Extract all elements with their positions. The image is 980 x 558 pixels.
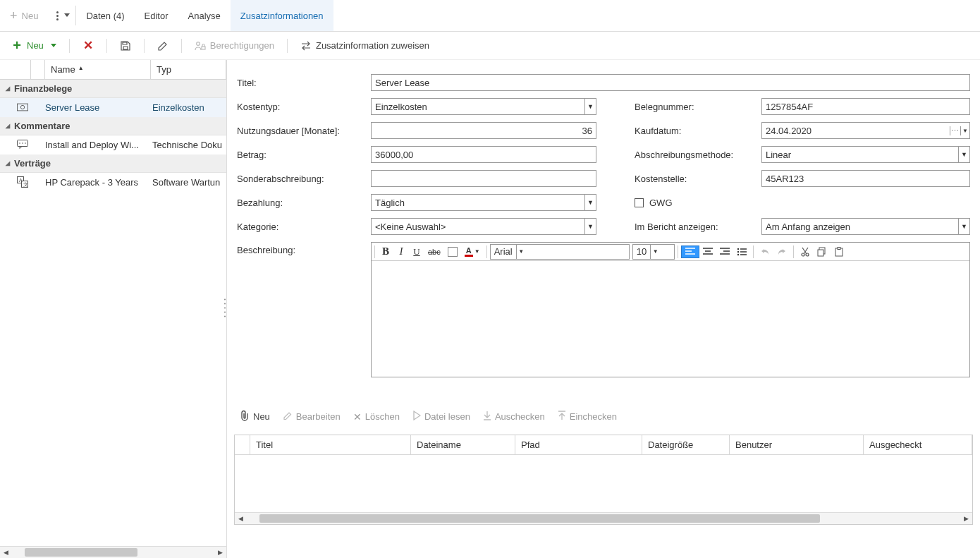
col-label: Dateiname [417,439,461,450]
chevron-down-icon[interactable]: ▼ [961,128,969,134]
bericht-combo[interactable]: Am Anfang anzeigen ▼ [761,218,970,235]
svg-rect-2 [17,104,27,111]
header-typ[interactable]: Typ [151,60,226,79]
top-overflow-menu[interactable] [48,0,75,31]
rich-text-editor: B I U abc A▼ Arial▼ 10▼ [371,242,970,377]
list-item-install-deploy[interactable]: Install and Deploy Wi... Technische Doku [0,135,226,154]
bold-button[interactable]: B [378,244,393,259]
font-family-value: Arial [491,246,516,257]
scroll-left-icon[interactable]: ◀ [235,513,247,524]
item-type: Einzelkosten [151,102,226,113]
scroll-right-icon[interactable]: ▶ [214,547,226,558]
align-center-button[interactable] [699,246,716,257]
attach-col-benutzer[interactable]: Benutzer [730,435,864,454]
list-item-hp-carepack[interactable]: A文 HP Carepack - 3 Years Software Wartun [0,173,226,192]
belegnummer-input[interactable] [761,98,970,115]
header-name[interactable]: Name ▲ [45,60,151,79]
svg-point-0 [197,42,200,45]
paperclip-icon [240,410,250,423]
scroll-thumb[interactable] [259,514,820,523]
scroll-left-icon[interactable]: ◀ [0,547,12,558]
tab-editor[interactable]: Editor [135,0,178,31]
col-label: Pfad [521,439,540,450]
attach-neu-button[interactable]: Neu [234,407,276,426]
highlight-button[interactable] [444,245,461,258]
chevron-down-icon[interactable]: ▼ [584,99,596,114]
attach-auschecken-button: Auschecken [477,408,551,425]
scroll-track[interactable] [247,513,960,524]
align-left-button[interactable] [681,245,699,258]
attach-col-dateigroesse[interactable]: Dateigröße [642,435,730,454]
paste-button[interactable] [831,245,847,258]
betrag-input[interactable] [371,146,596,163]
group-kommentare[interactable]: ◢ Kommentare [0,117,226,135]
attachments-grid-body[interactable] [235,455,972,512]
attach-col-dateiname[interactable]: Dateiname [411,435,515,454]
font-color-icon: A [465,247,473,257]
chevron-down-icon[interactable]: ▼ [958,147,969,162]
attach-bearbeiten-label: Bearbeiten [296,411,341,422]
group-finanzbelege[interactable]: ◢ Finanzbelege [0,80,226,98]
scroll-thumb[interactable] [25,548,137,557]
header-empty-1[interactable] [31,60,45,79]
swap-icon [300,40,312,51]
italic-button[interactable]: I [393,244,409,259]
zuweisen-button[interactable]: Zusatzinformation zuweisen [295,37,435,54]
chevron-down-icon[interactable]: ▼ [650,245,660,259]
underline-button[interactable]: U [409,245,424,259]
font-color-button[interactable]: A▼ [461,245,484,258]
right-panel: Titel: Kostentyp: Einzelkosten ▼ Belegnu… [227,60,980,558]
cut-button[interactable] [797,245,814,258]
date-more-icon[interactable]: ⋯ [950,126,961,135]
list-item-server-lease[interactable]: Server Lease Einzelkosten [0,98,226,117]
kaufdatum-date[interactable]: 24.04.2020 ⋯ ▼ [761,122,970,139]
bullet-list-button[interactable] [733,246,750,257]
abschreibungsmethode-combo[interactable]: Linear ▼ [761,146,970,163]
tab-zusatzinformationen[interactable]: Zusatzinformationen [231,0,333,31]
tab-daten[interactable]: Daten (4) [76,0,134,31]
kategorie-combo[interactable]: <Keine Auswahl> ▼ [371,218,596,235]
attach-auschecken-label: Auschecken [495,411,545,422]
left-grid-header: Name ▲ Typ [0,60,226,80]
scroll-right-icon[interactable]: ▶ [960,513,972,524]
rte-textarea[interactable] [372,261,969,377]
person-lock-icon [195,40,206,51]
attach-col-pfad[interactable]: Pfad [515,435,642,454]
item-type: Software Wartun [151,177,226,188]
save-button[interactable] [114,37,137,54]
label-sonderabschreibung: Sonderabschreibung: [237,174,357,184]
save-icon [120,40,131,51]
kostenstelle-input[interactable] [761,170,970,187]
delete-button[interactable]: ✕ [77,37,99,54]
strike-button[interactable]: abc [424,246,444,257]
copy-button[interactable] [814,245,831,258]
svg-point-21 [806,253,809,256]
left-h-scrollbar[interactable]: ◀ ▶ [0,546,226,558]
x-icon: ✕ [353,411,362,423]
group-vertraege[interactable]: ◢ Verträge [0,154,226,173]
align-right-button[interactable] [716,246,733,257]
attach-col-empty[interactable] [235,435,250,454]
chevron-down-icon[interactable]: ▼ [516,245,526,259]
tab-analyse[interactable]: Analyse [178,0,231,31]
neu-button[interactable]: + Neu [6,37,62,54]
scroll-track[interactable] [12,547,214,558]
sonderabschreibung-input[interactable] [371,170,596,187]
splitter-handle[interactable] [223,298,227,321]
gwg-checkbox[interactable]: GWG [635,198,673,208]
kostentyp-combo[interactable]: Einzelkosten ▼ [371,98,596,115]
bezahlung-combo[interactable]: Täglich ▼ [371,194,596,211]
chevron-down-icon[interactable]: ▼ [584,219,596,234]
font-size-combo[interactable]: 10▼ [632,244,675,260]
nutzungsdauer-input[interactable] [371,122,596,139]
attach-col-titel[interactable]: Titel [250,435,411,454]
font-family-combo[interactable]: Arial▼ [490,244,630,260]
titel-input[interactable] [371,74,970,91]
chevron-down-icon[interactable]: ▼ [584,195,596,210]
chevron-down-icon[interactable]: ▼ [958,219,969,234]
attach-h-scrollbar[interactable]: ◀ ▶ [235,512,972,524]
attach-col-ausgecheckt[interactable]: Ausgecheckt [864,435,972,454]
edit-button[interactable] [152,37,174,54]
header-empty-0[interactable] [0,60,31,79]
label-kostenstelle: Kostenstelle: [635,174,747,184]
